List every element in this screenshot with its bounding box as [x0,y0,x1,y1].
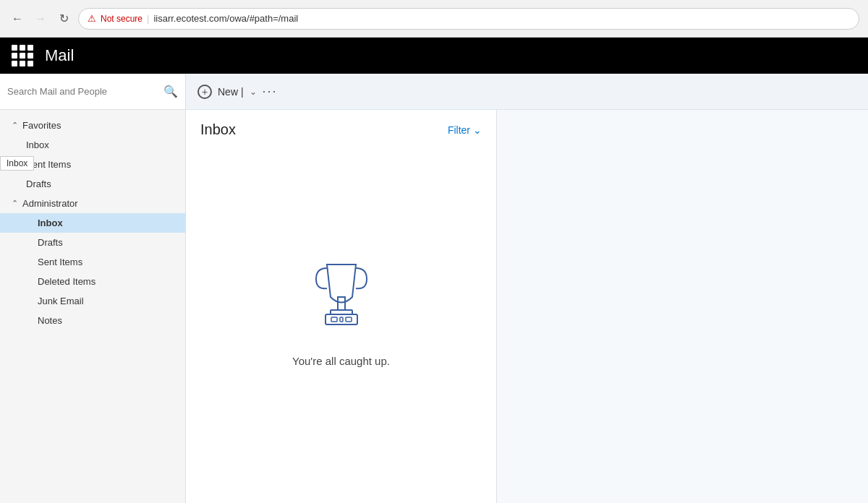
filter-label: Filter [448,124,470,136]
content-area: + New | ⌄ ··· Inbox Filter ⌄ [186,74,868,503]
back-button[interactable]: ← [9,10,26,27]
more-options-button[interactable]: ··· [263,84,278,99]
waffle-dot [12,45,17,51]
main-layout: 🔍 ⌃ Favorites Inbox Sent Items Inbox Dra… [0,74,868,503]
waffle-dot [27,53,33,59]
empty-state: You're all caught up. [186,147,496,503]
forward-button[interactable]: → [32,10,49,27]
waffle-dot [27,45,33,51]
favorites-label: Favorites [22,120,61,131]
sidebar-item-favorites-inbox[interactable]: Inbox [0,135,185,155]
svg-rect-5 [346,317,352,322]
administrator-label: Administrator [22,198,78,209]
administrator-chevron: ⌃ [12,199,18,208]
waffle-dot [20,61,25,66]
inbox-panel: Inbox Filter ⌄ [186,110,497,503]
sidebar-item-admin-notes[interactable]: Notes [0,311,185,330]
url-text: iisarr.ecotest.com/owa/#path=/mail [153,13,298,24]
search-bar: 🔍 [0,74,185,110]
sidebar-item-admin-deleted[interactable]: Deleted Items [0,272,185,291]
sidebar-item-label: Drafts [26,179,51,189]
favorites-chevron: ⌃ [12,121,18,130]
search-icon[interactable]: 🔍 [163,85,178,98]
nav-tree: ⌃ Favorites Inbox Sent Items Inbox Draft… [0,110,185,503]
svg-rect-3 [331,317,337,322]
address-bar[interactable]: ⚠ Not secure | iisarr.ecotest.com/owa/#p… [78,8,859,30]
warning-icon: ⚠ [88,13,96,24]
svg-rect-0 [338,297,345,310]
search-input[interactable] [7,86,158,97]
sidebar-item-favorites-drafts[interactable]: Drafts [0,174,185,194]
reading-pane [497,110,868,503]
new-dropdown-button[interactable]: ⌄ [250,87,257,97]
sidebar-item-admin-drafts[interactable]: Drafts [0,233,185,252]
waffle-dot [12,61,17,66]
waffle-dot [12,53,17,59]
sidebar-item-admin-junk[interactable]: Junk Email [0,291,185,311]
new-button[interactable]: New | [218,86,244,98]
waffle-dot [27,61,33,66]
sidebar-item-label: Notes [38,315,62,326]
app-title: Mail [45,46,74,65]
sidebar-item-label: Inbox [38,218,63,228]
toolbar: + New | ⌄ ··· [186,74,868,110]
not-secure-label: Not secure [101,14,142,24]
waffle-dot [20,53,25,59]
sidebar-item-admin-sent[interactable]: Sent Items [0,252,185,272]
sidebar-item-label: Junk Email [38,296,84,306]
waffle-button[interactable] [12,45,33,66]
refresh-button[interactable]: ↻ [55,10,72,27]
filter-button[interactable]: Filter ⌄ [448,124,482,136]
separator: | [147,13,149,24]
empty-message: You're all caught up. [292,355,390,367]
trophy-icon [305,254,378,340]
sidebar-item-label: Sent Items [38,257,82,267]
sidebar-item-label: Sent Items [26,159,71,170]
content-panels: Inbox Filter ⌄ [186,110,868,503]
administrator-section-header[interactable]: ⌃ Administrator [0,194,185,213]
inbox-header: Inbox Filter ⌄ [186,110,496,147]
app-header: Mail [0,38,868,74]
filter-chevron-icon: ⌄ [473,124,482,136]
favorites-section-header[interactable]: ⌃ Favorites [0,116,185,135]
sidebar: 🔍 ⌃ Favorites Inbox Sent Items Inbox Dra… [0,74,186,503]
new-label: New | [218,86,244,98]
svg-rect-4 [340,317,343,322]
more-icon: ··· [263,84,278,98]
sidebar-item-label: Deleted Items [38,276,95,287]
sidebar-item-admin-inbox[interactable]: Inbox [0,213,185,233]
sidebar-item-favorites-sent[interactable]: Sent Items [0,155,185,174]
sidebar-item-label: Inbox [26,139,49,150]
new-circle-icon: + [197,85,212,99]
inbox-title: Inbox [200,121,236,138]
sidebar-item-label: Drafts [38,237,63,248]
browser-chrome: ← → ↻ ⚠ Not secure | iisarr.ecotest.com/… [0,0,868,38]
svg-rect-2 [326,314,357,324]
waffle-dot [20,45,25,51]
